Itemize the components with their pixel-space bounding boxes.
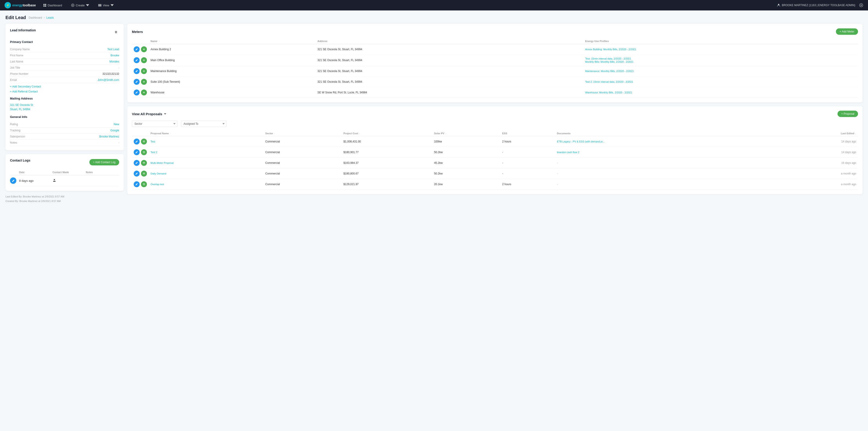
proposal-solar-pv: 45.2kw	[432, 158, 500, 168]
assigned-to-filter[interactable]: Assigned To	[181, 121, 226, 127]
nav-create[interactable]: Create	[69, 3, 91, 8]
svg-rect-1	[45, 4, 46, 5]
proposal-row: Multi-Meter Proposal Commercial $163,984…	[132, 158, 858, 168]
proposal-edit-button[interactable]	[134, 139, 140, 144]
add-proposal-button[interactable]: + Proposal	[838, 111, 858, 117]
notes-field: Notes -	[10, 140, 119, 146]
meter-name: Annex Building 2	[149, 44, 316, 55]
meter-energy-profile: Test 2: 15min interval data, 2/2020 - 2/…	[583, 76, 858, 87]
contact-logs-header: Contact Logs + Add Contact Log	[10, 159, 119, 166]
email-value[interactable]: John@Smith.com	[98, 78, 119, 81]
proposal-sector: Commercial	[264, 168, 342, 179]
add-referral-contact[interactable]: + Add Referral Contact	[10, 90, 119, 93]
proposal-documents[interactable]: -	[555, 179, 776, 190]
logo[interactable]: ⚡ energytoolbase	[4, 2, 36, 8]
meter-add-button[interactable]	[141, 68, 147, 74]
proposal-name[interactable]: Daily Demand	[149, 168, 264, 179]
general-section: General Info Rating New Tracking Google …	[10, 115, 119, 146]
contact-logs-title: Contact Logs	[10, 159, 30, 162]
card-header: Lead Information	[10, 28, 119, 36]
proposal-documents[interactable]: -	[555, 158, 776, 168]
company-name-value[interactable]: Test Lead	[107, 48, 119, 51]
svg-rect-8	[98, 5, 101, 5]
proposal-last-edited: a month ago	[776, 168, 858, 179]
proposals-table: Proposal Name↑ Sector↕ Project Cost↕ Sol…	[132, 131, 858, 190]
page-container: Edit Lead Dashboard > Leads Lead Informa…	[0, 10, 868, 208]
proposal-edit-button[interactable]	[134, 181, 140, 187]
proposal-edit-button[interactable]	[134, 160, 140, 166]
meter-edit-button[interactable]	[134, 79, 140, 85]
proposal-ess: -	[500, 147, 555, 158]
nav-dashboard[interactable]: Dashboard	[41, 3, 64, 8]
user-info: BROOKE MARTINEZ (1163 | ENERGY TOOLBASE …	[777, 3, 855, 7]
general-title: General Info	[10, 115, 119, 119]
proposal-name[interactable]: Overlap test	[149, 179, 264, 190]
breadcrumb-home[interactable]: Dashboard	[29, 16, 42, 19]
meter-actions	[134, 57, 147, 63]
proposal-edit-button[interactable]	[134, 171, 140, 176]
lead-info-title: Lead Information	[10, 28, 36, 32]
proposal-documents[interactable]: brandon cash flow 2	[555, 147, 776, 158]
mailing-section: Mailing Address 321 SE Osceola St Stuart…	[10, 97, 119, 111]
meters-col-energy: Energy Use Profiles	[583, 38, 858, 44]
meter-edit-button[interactable]	[134, 68, 140, 74]
rating-label: Rating	[10, 123, 39, 126]
contact-log-edit-button[interactable]	[10, 177, 17, 184]
rating-value: New	[114, 123, 119, 126]
meter-add-button[interactable]	[141, 46, 147, 52]
logo-text: energytoolbase	[12, 3, 36, 7]
proposal-status-button[interactable]	[141, 139, 147, 144]
email-label: Email	[10, 78, 39, 81]
meter-add-button[interactable]	[141, 57, 147, 63]
contact-logs-table-header: Date Contact Made Notes	[10, 169, 119, 175]
meter-edit-button[interactable]	[134, 57, 140, 63]
proposals-title[interactable]: View All Proposals	[132, 112, 167, 116]
proposal-documents[interactable]: -	[555, 168, 776, 179]
delete-button[interactable]	[113, 29, 119, 35]
proposal-cost: $180,901.77	[342, 147, 432, 158]
proposal-edit-button[interactable]	[134, 149, 140, 155]
settings-icon[interactable]	[859, 3, 864, 7]
add-secondary-contact[interactable]: + Add Secondary Contact	[10, 85, 119, 88]
meter-edit-button[interactable]	[134, 46, 140, 52]
proposal-documents[interactable]: ETB Legacy - PV & ESS (with demand pr...	[555, 136, 776, 147]
meter-actions	[134, 90, 147, 95]
top-navigation: ⚡ energytoolbase Dashboard Create View B…	[0, 0, 868, 10]
proposal-status-button[interactable]	[141, 181, 147, 187]
add-meter-button[interactable]: + Add Meter	[836, 28, 858, 35]
contact-logs-card: Contact Logs + Add Contact Log Date Cont…	[5, 154, 124, 191]
meters-col-actions	[132, 38, 149, 44]
proposal-name[interactable]: Multi-Meter Proposal	[149, 158, 264, 168]
meter-add-button[interactable]	[141, 90, 147, 95]
proposals-col-name: Proposal Name↑	[149, 131, 264, 136]
tracking-label: Tracking	[10, 129, 39, 132]
proposal-status-button[interactable]	[141, 149, 147, 155]
phone-field: Phone Number 32132132132	[10, 71, 119, 77]
mailing-title: Mailing Address	[10, 97, 119, 100]
breadcrumb-current: Leads	[46, 16, 54, 19]
page-title: Edit Lead	[5, 15, 26, 20]
meter-actions	[134, 79, 147, 85]
meter-address: 321 SE Osceola St, Stuart, FL 34994	[316, 44, 583, 55]
proposal-ess: -	[500, 158, 555, 168]
col-notes: Notes	[86, 171, 119, 174]
lead-information-card: Lead Information Primary Contact Company…	[5, 24, 124, 151]
meter-add-button[interactable]	[141, 79, 147, 85]
add-contact-log-button[interactable]: + Add Contact Log	[89, 159, 119, 165]
proposal-status-button[interactable]	[141, 171, 147, 176]
meter-row: Annex Building 2 321 SE Osceola St, Stua…	[132, 44, 858, 55]
sector-filter[interactable]: Sector	[132, 121, 177, 127]
proposal-name[interactable]: Test	[149, 136, 264, 147]
proposal-name[interactable]: Test 2	[149, 147, 264, 158]
meter-edit-button[interactable]	[134, 90, 140, 95]
main-layout: Lead Information Primary Contact Company…	[5, 24, 863, 204]
svg-rect-22	[143, 141, 145, 143]
meters-card: Meters + Add Meter Name ↑ Address	[127, 24, 863, 102]
proposal-status-button[interactable]	[141, 160, 147, 166]
proposal-last-edited: 14 days ago	[776, 147, 858, 158]
company-name-label: Company Name	[10, 48, 39, 51]
mailing-address[interactable]: 321 SE Osceola St Stuart, FL 34994	[10, 103, 119, 111]
assigned-filter-wrapper: Assigned To	[181, 121, 226, 127]
nav-view[interactable]: View	[96, 3, 116, 8]
proposals-col-sector: Sector↕	[264, 131, 342, 136]
